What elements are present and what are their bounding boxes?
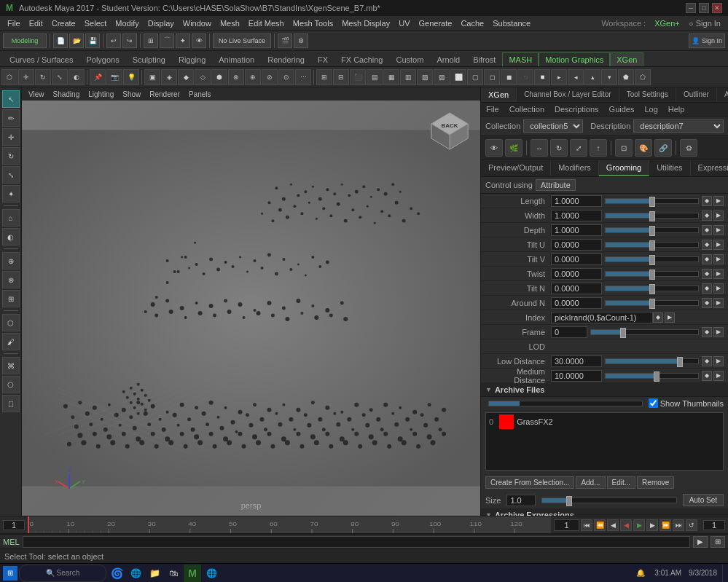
snap-grid[interactable]: ⊞ (144, 34, 158, 48)
auto-set-btn[interactable]: Auto Set (683, 494, 724, 506)
timeline-end-input[interactable] (703, 520, 725, 530)
icon-snap[interactable]: 📌 (90, 69, 106, 85)
icon-mesh6[interactable]: ▥ (400, 69, 416, 85)
remove-btn[interactable]: Remove (637, 476, 674, 489)
panel-icon-link[interactable]: 🔗 (654, 139, 672, 157)
prop-aroundn-conn[interactable]: ▶ (713, 298, 724, 308)
icon-poly9[interactable]: ⊙ (278, 69, 294, 85)
panel-icon-eye[interactable]: 👁 (485, 139, 503, 157)
vm-show[interactable]: Show (119, 89, 144, 100)
prop-meddist-conn[interactable]: ▶ (713, 371, 724, 381)
prop-depth-conn[interactable]: ▶ (713, 225, 724, 235)
prop-tiltu-slider[interactable] (605, 242, 699, 248)
move-tool[interactable]: ✛ (2, 128, 20, 146)
menu-file[interactable]: File (3, 17, 25, 29)
iso-select[interactable]: ⬡ (2, 314, 20, 331)
prop-tiltn-key[interactable]: ◆ (702, 283, 712, 294)
snap-view[interactable]: 👁 (192, 34, 206, 48)
sign-in-button[interactable]: ⟐ Sign In (684, 17, 725, 29)
icon-poly5[interactable]: ⬢ (211, 69, 227, 85)
snap-point2[interactable]: ⊗ (2, 271, 20, 288)
current-frame-input[interactable] (554, 519, 579, 531)
xsm-log[interactable]: Log (642, 104, 659, 114)
prop-aroundn-input[interactable] (551, 297, 602, 309)
icon-poly8[interactable]: ⊘ (262, 69, 278, 85)
select-tool[interactable]: ↖ (2, 90, 20, 108)
loop-btn[interactable]: ↺ (686, 519, 697, 531)
taskbar-notification[interactable]: 🔔 (632, 565, 649, 582)
pt-expressions[interactable]: Expressions (691, 160, 728, 176)
icon-mesh9[interactable]: ⬜ (450, 69, 466, 85)
collection-select[interactable]: collection5 (523, 119, 583, 133)
tab-rendering[interactable]: Rendering (261, 52, 311, 66)
menu-edit[interactable]: Edit (25, 17, 47, 29)
icon-mesh11[interactable]: ◻ (484, 69, 500, 85)
snap-grid2[interactable]: ⊞ (2, 290, 20, 307)
prop-meddist-key[interactable]: ◆ (702, 371, 712, 381)
panel-icon-leaf[interactable]: 🌿 (505, 139, 522, 157)
tab-curves-surfaces[interactable]: Curves / Surfaces (3, 52, 79, 66)
show-thumbnails-checkbox[interactable] (649, 398, 658, 408)
prev-frame-btn[interactable]: ◀ (607, 519, 619, 531)
xsm-descriptions[interactable]: Descriptions (552, 104, 601, 114)
new-scene[interactable]: 📄 (53, 34, 68, 48)
panel-icon-color[interactable]: 🎨 (635, 139, 652, 157)
pt-modifiers[interactable]: Modifiers (551, 160, 599, 176)
undo[interactable]: ↩ (106, 34, 121, 48)
icon-poly2[interactable]: ◈ (161, 69, 177, 85)
vm-shading[interactable]: Shading (50, 89, 84, 100)
prop-depth-slider[interactable] (605, 227, 699, 233)
taskbar-chrome[interactable]: 🌐 (203, 565, 220, 582)
prop-twist-conn[interactable]: ▶ (713, 269, 724, 279)
tab-animation[interactable]: Animation (212, 52, 261, 66)
icon-poly7[interactable]: ⊕ (245, 69, 261, 85)
xsm-guides[interactable]: Guides (607, 104, 637, 114)
panel-icon-wire[interactable]: ⊡ (615, 139, 633, 157)
add-btn[interactable]: Add... (576, 476, 605, 489)
icon-mesh18[interactable]: ▾ (601, 69, 617, 85)
size-slider[interactable] (541, 498, 676, 503)
xgen-tab-channel-box[interactable]: Channel Box / Layer Editor (517, 87, 619, 102)
prop-frame-key[interactable]: ◆ (702, 327, 712, 337)
tab-rigging[interactable]: Rigging (172, 52, 212, 66)
tab-motion-graphics[interactable]: Motion Graphics (539, 52, 610, 66)
menu-window[interactable]: Window (179, 17, 216, 29)
next-key-btn[interactable]: ⏩ (659, 519, 671, 531)
prop-depth-key[interactable]: ◆ (702, 225, 712, 235)
prop-width-conn[interactable]: ▶ (713, 211, 724, 221)
prop-width-input[interactable] (551, 210, 602, 221)
snap-point[interactable]: ✦ (176, 34, 190, 48)
save-scene[interactable]: 💾 (85, 34, 100, 48)
menu-modify[interactable]: Modify (111, 17, 143, 29)
menu-mesh-tools[interactable]: Mesh Tools (289, 17, 337, 29)
prop-tiltu-key[interactable]: ◆ (702, 240, 712, 250)
tab-sculpting[interactable]: Sculpting (126, 52, 172, 66)
prop-tiltn-input[interactable] (551, 283, 602, 294)
taskbar-maya[interactable]: M (184, 565, 201, 582)
taskbar-explorer[interactable]: 📁 (146, 565, 163, 582)
paint-tool[interactable]: ✏ (2, 109, 20, 127)
menu-create[interactable]: Create (47, 17, 80, 29)
workspace-value[interactable]: XGen+ (650, 17, 684, 29)
snap-curve[interactable]: ⌒ (160, 34, 174, 48)
maximize-button[interactable]: □ (699, 3, 709, 13)
panel-icon-scale2[interactable]: ⤢ (570, 139, 587, 157)
prev-key-btn[interactable]: ⏪ (594, 519, 606, 531)
icon-scale[interactable]: ⤡ (52, 69, 68, 85)
vm-renderer[interactable]: Renderer (146, 89, 184, 100)
soft-select[interactable]: ◐ (2, 228, 20, 245)
tab-polygons[interactable]: Polygons (79, 52, 125, 66)
prop-tiltv-conn[interactable]: ▶ (713, 254, 724, 264)
prop-depth-input[interactable] (551, 224, 602, 236)
universal-tool[interactable]: ✦ (2, 185, 20, 202)
prop-meddist-input[interactable] (551, 370, 602, 382)
icon-rotate[interactable]: ↻ (35, 69, 51, 85)
prop-index-key[interactable]: ◆ (653, 312, 663, 323)
tab-custom[interactable]: Custom (390, 52, 431, 66)
script-input[interactable] (23, 536, 690, 548)
menu-mesh-display[interactable]: Mesh Display (337, 17, 394, 29)
panel-icon-extra[interactable]: ⚙ (680, 139, 697, 157)
menu-uv[interactable]: UV (394, 17, 414, 29)
icon-mesh14[interactable]: ◽ (534, 69, 550, 85)
go-start-btn[interactable]: ⏮ (581, 519, 592, 531)
